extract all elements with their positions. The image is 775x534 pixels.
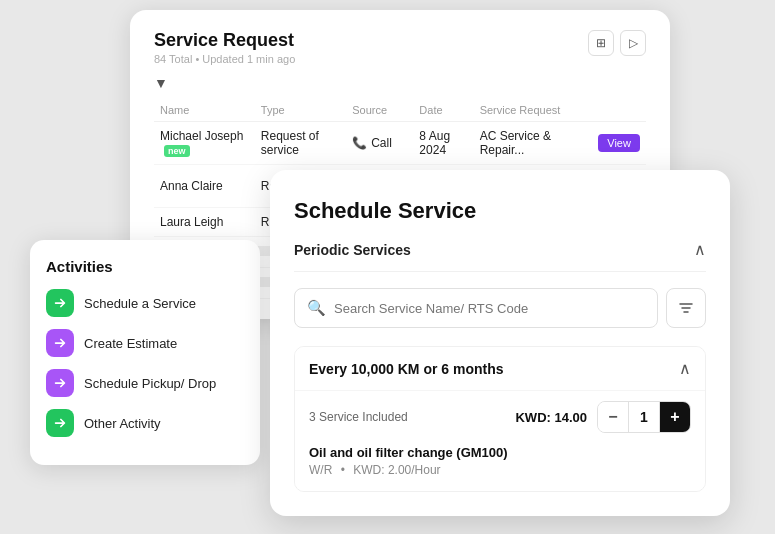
activities-title: Activities xyxy=(46,258,244,275)
service-item-meta: W/R • KWD: 2.00/Hour xyxy=(309,463,691,477)
filter-icon xyxy=(678,300,694,316)
schedule-service-icon xyxy=(46,289,74,317)
qty-increase-button[interactable]: + xyxy=(660,402,690,432)
arrow-right-icon xyxy=(53,296,67,310)
create-estimate-icon xyxy=(46,329,74,357)
schedule-pickup-icon xyxy=(46,369,74,397)
panel-meta: 84 Total • Updated 1 min ago xyxy=(154,53,295,65)
search-icon: 🔍 xyxy=(307,299,326,317)
filter-icon-btn[interactable]: ⊞ xyxy=(588,30,614,56)
qty-value: 1 xyxy=(628,402,660,432)
col-service-request: Service Request xyxy=(474,99,593,122)
periodic-services-label: Periodic Services xyxy=(294,242,411,258)
service-item-row: Oil and oil filter change (GM100) W/R • … xyxy=(309,445,691,477)
panel-title-group: Service Request 84 Total • Updated 1 min… xyxy=(154,30,295,65)
periodic-services-header: Periodic Services ∧ xyxy=(294,240,706,272)
panel-header: Service Request 84 Total • Updated 1 min… xyxy=(154,30,646,65)
service-price: KWD: 14.00 xyxy=(515,410,587,425)
service-included-row: 3 Service Included KWD: 14.00 − 1 + xyxy=(309,401,691,433)
col-action xyxy=(592,99,646,122)
activities-panel: Activities Schedule a Service Create Est… xyxy=(30,240,260,465)
schedule-service-title: Schedule Service xyxy=(294,198,706,224)
cell-source: 📞Call xyxy=(346,122,413,165)
cell-service-req: AC Service & Repair... xyxy=(474,122,593,165)
cell-date: 8 Aug 2024 xyxy=(413,122,473,165)
activity-label: Schedule Pickup/ Drop xyxy=(84,376,216,391)
activity-label: Schedule a Service xyxy=(84,296,196,311)
search-row: 🔍 xyxy=(294,288,706,328)
service-group-body: 3 Service Included KWD: 14.00 − 1 + Oil … xyxy=(295,390,705,491)
activity-item-schedule-service[interactable]: Schedule a Service xyxy=(46,289,244,317)
activity-label: Other Activity xyxy=(84,416,161,431)
search-service-box: 🔍 xyxy=(294,288,658,328)
arrow-right-icon xyxy=(53,336,67,350)
other-activity-icon xyxy=(46,409,74,437)
service-group: Every 10,000 KM or 6 months ∧ 3 Service … xyxy=(294,346,706,492)
qty-decrease-button[interactable]: − xyxy=(598,402,628,432)
col-source: Source xyxy=(346,99,413,122)
activity-item-other-activity[interactable]: Other Activity xyxy=(46,409,244,437)
arrow-right-icon xyxy=(53,416,67,430)
cell-name: Laura Leigh xyxy=(154,208,255,237)
table-filter-icon[interactable]: ▼ xyxy=(154,75,168,91)
col-name: Name xyxy=(154,99,255,122)
service-item-meta2: KWD: 2.00/Hour xyxy=(353,463,440,477)
col-type: Type xyxy=(255,99,346,122)
cell-view: View xyxy=(592,122,646,165)
schedule-service-panel: Schedule Service Periodic Services ∧ 🔍 E… xyxy=(270,170,730,516)
call-icon: 📞 xyxy=(352,136,367,150)
cell-name: Michael Joseph new xyxy=(154,122,255,165)
panel-title: Service Request xyxy=(154,30,295,51)
search-service-input[interactable] xyxy=(334,301,645,316)
filter-row: ▼ xyxy=(154,75,646,91)
chevron-up-icon[interactable]: ∧ xyxy=(694,240,706,259)
service-included-label: 3 Service Included xyxy=(309,410,408,424)
cell-type: Request of service xyxy=(255,122,346,165)
cell-name: Anna Claire xyxy=(154,165,255,208)
service-group-title: Every 10,000 KM or 6 months xyxy=(309,361,504,377)
badge-new: new xyxy=(164,145,190,157)
activity-label: Create Estimate xyxy=(84,336,177,351)
service-filter-button[interactable] xyxy=(666,288,706,328)
col-date: Date xyxy=(413,99,473,122)
activity-item-schedule-pickup[interactable]: Schedule Pickup/ Drop xyxy=(46,369,244,397)
export-icon-btn[interactable]: ▷ xyxy=(620,30,646,56)
service-item-name: Oil and oil filter change (GM100) xyxy=(309,445,691,460)
service-group-chevron-icon[interactable]: ∧ xyxy=(679,359,691,378)
price-qty-row: KWD: 14.00 − 1 + xyxy=(515,401,691,433)
qty-control: − 1 + xyxy=(597,401,691,433)
activity-item-create-estimate[interactable]: Create Estimate xyxy=(46,329,244,357)
arrow-right-icon xyxy=(53,376,67,390)
view-button[interactable]: View xyxy=(598,134,640,152)
table-row: Michael Joseph new Request of service 📞C… xyxy=(154,122,646,165)
header-actions: ⊞ ▷ xyxy=(588,30,646,56)
service-group-header: Every 10,000 KM or 6 months ∧ xyxy=(295,347,705,390)
service-item-meta1: W/R xyxy=(309,463,332,477)
dot-separator: • xyxy=(341,463,345,477)
